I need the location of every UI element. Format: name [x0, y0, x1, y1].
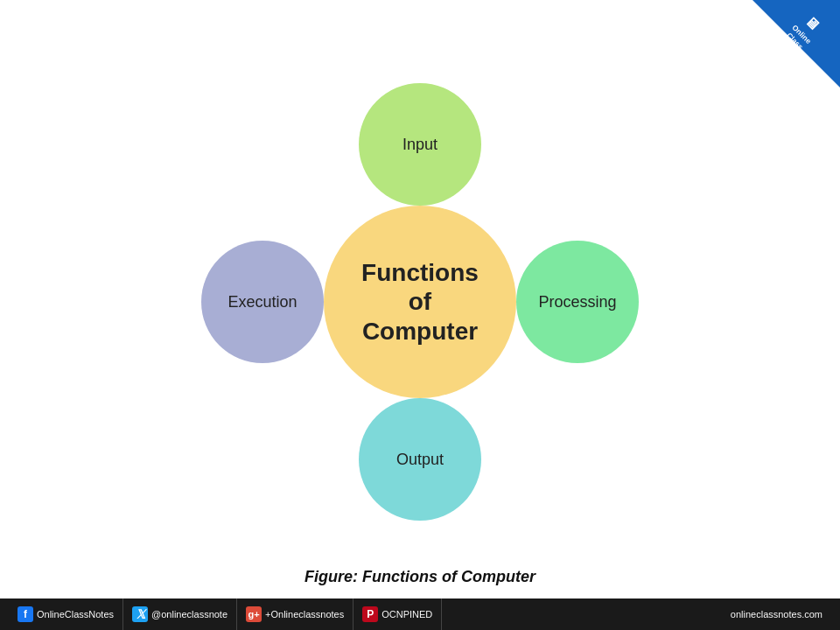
processing-circle: Processing [516, 241, 639, 363]
pinterest-icon: P [362, 606, 378, 622]
twitter-icon: 𝕏 [132, 606, 148, 622]
footer-website[interactable]: onlineclassnotes.com [722, 598, 831, 630]
facebook-icon: f [18, 606, 33, 622]
caption-text: Figure: Functions of Computer [304, 568, 536, 585]
input-circle: Input [359, 83, 481, 206]
footer-bar: f OnlineClassNotes 𝕏 @onlineclassnote g+… [0, 598, 840, 630]
twitter-label: @onlineclassnote [151, 609, 228, 620]
footer-pinterest[interactable]: P OCNPINED [354, 598, 442, 630]
center-line1: Functions [361, 259, 479, 286]
center-circle: Functions of Computer [324, 206, 516, 398]
facebook-label: OnlineClassNotes [37, 609, 114, 620]
center-line3: Computer [362, 318, 478, 345]
center-text: Functions of Computer [361, 258, 479, 346]
execution-label: Execution [228, 293, 297, 312]
footer-facebook[interactable]: f OnlineClassNotes [9, 598, 123, 630]
corner-ribbon: 🖥 Online Class Notes [752, 0, 840, 88]
diagram: Input Processing Output Execution Functi… [192, 83, 648, 521]
input-label: Input [402, 136, 438, 154]
output-label: Output [396, 451, 444, 469]
execution-circle: Execution [201, 241, 324, 363]
center-line2: of [409, 288, 431, 315]
output-circle: Output [359, 398, 481, 521]
website-label: onlineclassnotes.com [731, 609, 822, 620]
google-icon: g+ [246, 606, 262, 622]
ribbon-content: 🖥 Online Class Notes [760, 0, 840, 76]
processing-label: Processing [538, 293, 616, 312]
google-label: +Onlineclassnotes [265, 609, 344, 620]
figure-caption: Figure: Functions of Computer [0, 568, 840, 586]
diagram-container: Input Processing Output Execution Functi… [0, 44, 840, 560]
footer-google[interactable]: g+ +Onlineclassnotes [237, 598, 354, 630]
pinterest-label: OCNPINED [382, 609, 432, 620]
footer-twitter[interactable]: 𝕏 @onlineclassnote [123, 598, 237, 630]
